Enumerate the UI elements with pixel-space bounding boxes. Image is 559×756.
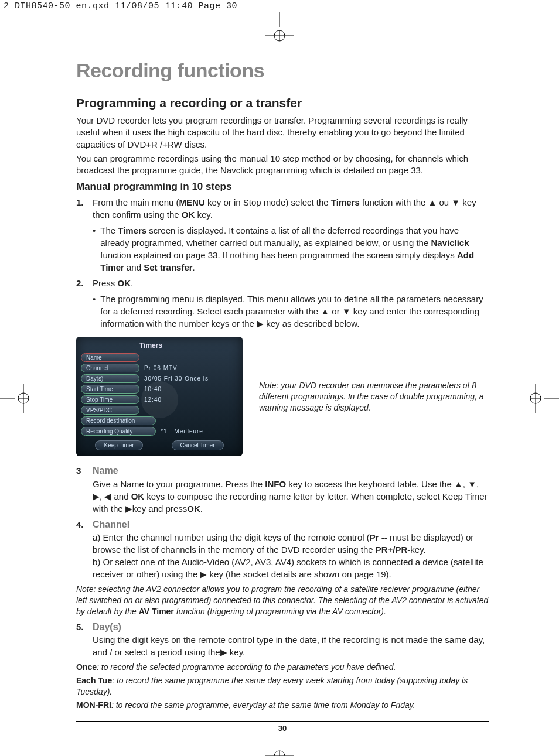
bold-key: MENU xyxy=(179,197,205,207)
step-text: From the main menu ( xyxy=(93,197,179,207)
timers-screenshot: ⬤ Timers Name ChannelPr 06 MTV Day(s)30/… xyxy=(76,337,243,456)
page-number: 30 xyxy=(76,721,489,733)
figure-note: Note: your DVD recorder can memorise the… xyxy=(259,380,489,413)
step-number: 1. xyxy=(76,196,91,208)
mon-fri-note: MON-FRI: to record the same programme, e… xyxy=(76,700,489,711)
ui-field-quality: Recording Quality xyxy=(81,427,156,436)
step-3: 3 Name Give a Name to your programme. Pr… xyxy=(76,464,489,514)
svg-point-6 xyxy=(18,393,29,403)
step-2-bullet: • The programming menu is displayed. Thi… xyxy=(93,293,489,330)
intro-paragraph-1: Your DVD recorder lets you program recor… xyxy=(76,115,489,150)
page-title: Recording functions xyxy=(76,59,489,82)
step-label: Day(s) xyxy=(93,621,489,634)
step-1: 1. From the main menu (MENU key or in St… xyxy=(76,196,489,221)
step-1-bullet: • The Timers screen is displayed. It con… xyxy=(93,224,489,273)
step-4: 4. Channel a) Enter the channel number u… xyxy=(76,518,489,580)
ui-field-vps: VPS/PDC xyxy=(81,406,139,415)
step-number: 2. xyxy=(76,277,91,289)
once-note: Once: to record the selected programme a… xyxy=(76,662,489,673)
step-label: Channel xyxy=(93,518,489,531)
each-tue-note: Each Tue: to record the same programme t… xyxy=(76,675,489,697)
ui-field-dest: Record destination xyxy=(81,416,156,425)
step-2: 2. Press OK. xyxy=(76,277,489,289)
crop-mark-top xyxy=(0,12,559,53)
step-5: 5. Day(s) Using the digit keys on the re… xyxy=(76,621,489,658)
ui-field-stop: Stop Time xyxy=(81,395,139,404)
step-4-note: Note: selecting the AV2 connector allows… xyxy=(76,584,489,617)
step-number: 5. xyxy=(76,621,91,633)
ui-field-channel: Channel xyxy=(81,364,139,372)
crop-mark-left xyxy=(0,381,35,418)
step-number: 4. xyxy=(76,518,91,531)
ui-field-days: Day(s) xyxy=(81,374,139,383)
svg-point-10 xyxy=(530,393,541,403)
intro-paragraph-2: You can programme recordings using the m… xyxy=(76,153,489,177)
ui-field-name: Name xyxy=(81,353,139,362)
crop-mark-bottom xyxy=(0,733,559,756)
subsection-heading: Manual programming in 10 steps xyxy=(76,181,489,193)
ui-cancel-timer-button: Cancel Timer xyxy=(172,440,224,450)
crop-mark-right xyxy=(524,381,559,418)
ui-title: Timers xyxy=(139,341,238,350)
section-heading: Programming a recording or a transfer xyxy=(76,96,489,110)
ui-keep-timer-button: Keep Timer xyxy=(95,440,142,450)
step-number: 3 xyxy=(76,464,91,477)
ui-field-start: Start Time xyxy=(81,385,139,394)
print-file-header: 2_DTH8540-50_en.qxd 11/08/05 11:40 Page … xyxy=(0,0,559,12)
step-label: Name xyxy=(93,464,489,477)
